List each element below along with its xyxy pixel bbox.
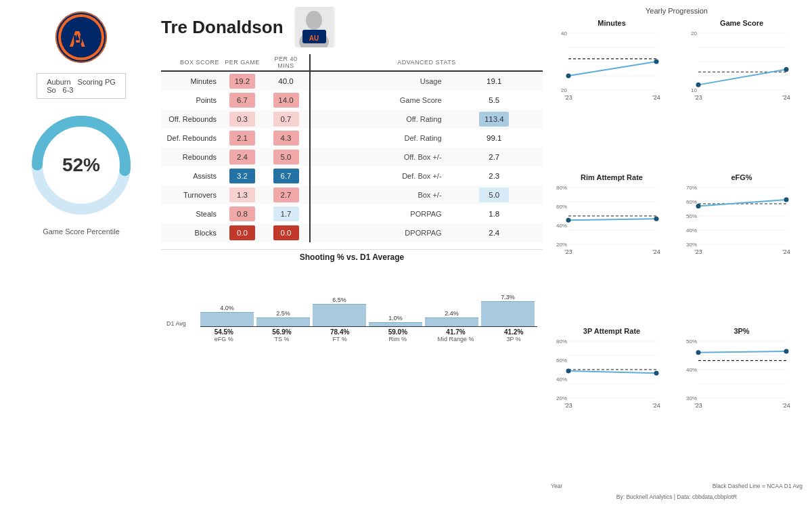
plyr-stat-val: 54.5% — [195, 328, 253, 336]
player-header: Tre Donaldson AU — [161, 7, 543, 50]
auburn-logo: A U — [47, 10, 115, 64]
per-game-val: 19.2 — [229, 74, 255, 89]
stat-name-label: Mid Range % — [427, 336, 485, 343]
adv-label: DPORPAG — [310, 223, 446, 242]
per-game-val: 2.4 — [229, 150, 255, 164]
svg-text:60%: 60% — [686, 199, 697, 205]
plyr-stat-val: 41.7% — [427, 328, 485, 336]
svg-text:40%: 40% — [556, 376, 567, 382]
avatar-svg: AU — [296, 7, 333, 47]
player-info-box: Auburn Scoring PG So 6-3 — [37, 73, 126, 99]
bar-item: 6.5% — [313, 296, 366, 326]
d1-avg-label: D1 Avg — [166, 320, 186, 327]
percentile-label: Game Score Percentile — [43, 227, 120, 236]
charts-grid: Minutes4020'23'24Game Score2010'23'24Rim… — [548, 19, 805, 479]
chart-title: Rim Attempt Rate — [548, 173, 675, 181]
bar-item: 2.4% — [425, 310, 478, 327]
shooting-label-item: 41.2% 3P % — [484, 328, 543, 343]
adv-val-cell: 2.4 — [446, 223, 543, 242]
adv-val-cell: 19.1 — [446, 71, 543, 91]
th-per-40: PER 40 MINS — [263, 54, 310, 71]
adv-label: Usage — [310, 71, 446, 91]
player-name: Tre Donaldson — [161, 17, 284, 38]
per-game-val: 0.0 — [229, 225, 255, 240]
left-panel: A U Auburn Scoring PG So 6-3 — [7, 7, 156, 500]
stat-name-label: FT % — [311, 336, 369, 343]
chart-rimattemptrate: Rim Attempt Rate80%60%40%20%'23'24 — [548, 173, 675, 325]
per-40-val: 0.0 — [273, 225, 299, 240]
chart-svg: 70%60%50%40%30%'23'24 — [678, 182, 793, 257]
per-40-val: 1.7 — [273, 206, 299, 221]
per-40-val: 6.7 — [273, 169, 299, 183]
svg-point-90 — [784, 349, 789, 354]
bar-diff-label: 1.0% — [369, 315, 422, 322]
bar-item: 7.3% — [481, 294, 535, 327]
per-game-val: 3.2 — [229, 169, 255, 183]
per-game-cell: 6.7 — [222, 91, 263, 110]
per-40-cell: 6.7 — [263, 167, 310, 185]
logo-area: A U — [41, 7, 122, 68]
yearly-title: Yearly Progression — [548, 7, 805, 15]
adv-val: 5.0 — [479, 188, 509, 202]
stats-table: BOX SCORE PER GAME PER 40 MINS ADVANCED … — [161, 54, 543, 242]
per-game-cell: 2.4 — [222, 148, 263, 167]
player-avatar: AU — [294, 7, 335, 47]
chart-title: Game Score — [678, 19, 805, 27]
x-label-left: Year — [551, 483, 562, 489]
svg-text:20%: 20% — [556, 242, 567, 248]
table-row: Minutes 19.2 40.0 Usage 19.1 — [161, 71, 543, 91]
dashed-label: Black Dashed Line = NCAA D1 Avg — [713, 483, 803, 489]
svg-text:60%: 60% — [556, 204, 567, 210]
per-40-cell: 40.0 — [263, 71, 310, 91]
chart-title: Minutes — [548, 19, 675, 27]
chart-minutes: Minutes4020'23'24 — [548, 19, 675, 171]
svg-text:10: 10 — [691, 87, 697, 93]
adv-val: 2.7 — [479, 150, 509, 164]
svg-text:'23: '23 — [564, 402, 572, 409]
right-panel: Yearly Progression Minutes4020'23'24Game… — [548, 7, 805, 500]
bar-item: 1.0% — [369, 315, 422, 326]
bar-fill — [369, 322, 422, 326]
svg-text:40%: 40% — [686, 367, 697, 373]
adv-val: 2.3 — [479, 169, 509, 183]
svg-text:30%: 30% — [686, 242, 697, 248]
plyr-stat-val: 59.0% — [369, 328, 427, 336]
stat-name-label: eFG % — [195, 336, 253, 343]
table-row: Def. Rebounds 2.1 4.3 Def. Rating 99.1 — [161, 129, 543, 148]
svg-point-33 — [696, 83, 701, 87]
adv-val-cell: 113.4 — [446, 110, 543, 129]
table-row: Blocks 0.0 0.0 DPORPAG 2.4 — [161, 223, 543, 242]
per-40-val: 5.0 — [273, 150, 299, 164]
per-40-val: 2.7 — [273, 188, 299, 202]
svg-text:30%: 30% — [686, 395, 697, 401]
record-label: 6-3 — [63, 86, 74, 94]
chart-svg: 2010'23'24 — [678, 28, 793, 102]
svg-point-47 — [566, 217, 571, 222]
middle-panel: Tre Donaldson AU BOX SCORE PER GAME — [161, 7, 543, 500]
svg-text:20: 20 — [561, 87, 567, 93]
per-game-cell: 0.0 — [222, 223, 263, 242]
stat-label: Minutes — [161, 71, 222, 91]
shooting-labels-container: 54.5% eFG % 56.9% TS % 78.4% FT % 59.0% … — [195, 328, 543, 343]
shooting-title: Shooting % vs. D1 Average — [161, 252, 543, 262]
shooting-label-item: 54.5% eFG % — [195, 328, 253, 343]
per-40-cell: 14.0 — [263, 91, 310, 110]
bar-fill — [481, 301, 535, 327]
svg-text:'24: '24 — [782, 402, 790, 409]
table-row: Off. Rebounds 0.3 0.7 Off. Rating 113.4 — [161, 110, 543, 129]
svg-text:'24: '24 — [652, 248, 660, 255]
stat-label: Blocks — [161, 223, 222, 242]
bar-diff-label: 2.4% — [425, 310, 478, 317]
team-label: Auburn — [47, 78, 70, 86]
svg-point-76 — [566, 369, 571, 374]
svg-text:20: 20 — [691, 30, 697, 37]
adv-val: 1.8 — [479, 206, 509, 221]
per-40-val: 40.0 — [273, 74, 299, 89]
player-name-heading: Tre Donaldson — [161, 17, 284, 38]
table-row: Assists 3.2 6.7 Def. Box +/- 2.3 — [161, 167, 543, 185]
shooting-label-item: 56.9% TS % — [253, 328, 311, 343]
chart-3p%: 3P%50%40%30%'23'24 — [678, 327, 805, 479]
svg-text:60%: 60% — [556, 357, 567, 363]
svg-text:70%: 70% — [686, 185, 697, 191]
bar-diff-label: 2.5% — [256, 310, 310, 317]
